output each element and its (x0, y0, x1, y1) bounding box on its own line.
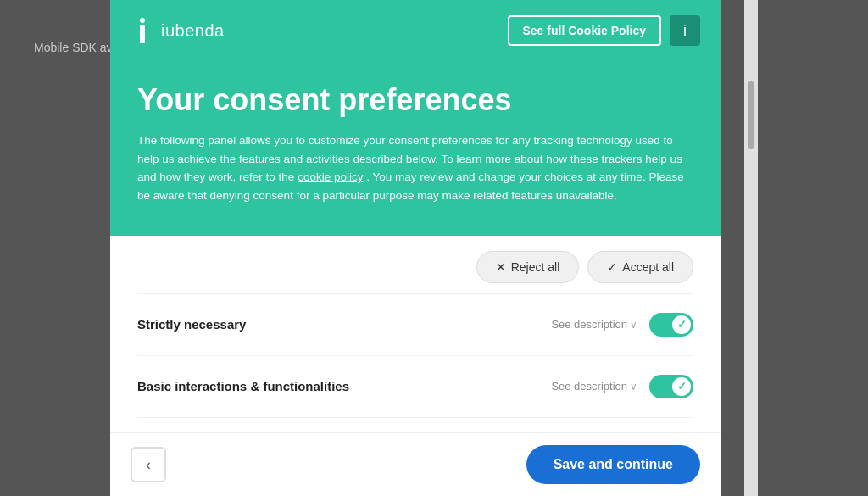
consent-description: The following panel allows you to custom… (137, 131, 693, 204)
logo-area: iubenda (131, 15, 225, 46)
accept-all-button[interactable]: ✓ Accept all (587, 251, 693, 283)
strictly-necessary-controls: See description ✓ (551, 313, 693, 337)
save-and-continue-button[interactable]: Save and continue (526, 445, 700, 484)
reject-all-button[interactable]: ✕ Reject all (476, 251, 580, 283)
svg-rect-0 (140, 18, 145, 23)
hero-section: Your consent preferences The following p… (110, 61, 721, 236)
basic-interactions-label: Basic interactions & functionalities (137, 379, 349, 393)
cookie-policy-button[interactable]: See full Cookie Policy (508, 15, 662, 46)
basic-interactions-toggle[interactable]: ✓ (649, 375, 693, 398)
action-buttons-row: ✕ Reject all ✓ Accept all (137, 236, 693, 294)
basic-interactions-controls: See description ✓ (551, 375, 693, 398)
basic-interactions-see-description[interactable]: See description (551, 380, 637, 393)
scrollbar-thumb (748, 81, 754, 149)
toggle-check-icon: ✓ (677, 318, 687, 331)
basic-interactions-toggle-knob: ✓ (672, 377, 691, 396)
accept-all-label: Accept all (622, 260, 674, 274)
strictly-necessary-toggle-knob: ✓ (672, 315, 691, 334)
white-section: ✕ Reject all ✓ Accept all Strictly neces… (110, 236, 721, 432)
preference-row-strictly-necessary: Strictly necessary See description ✓ (137, 294, 693, 356)
back-icon: ‹ (146, 456, 151, 474)
background-text: Mobile SDK av... (34, 41, 121, 54)
consent-title: Your consent preferences (137, 81, 693, 118)
consent-modal: iubenda See full Cookie Policy i Your co… (110, 0, 721, 496)
info-icon: i (683, 22, 687, 40)
modal-header: iubenda See full Cookie Policy i (110, 0, 721, 61)
strictly-necessary-toggle[interactable]: ✓ (649, 313, 693, 337)
strictly-necessary-see-description[interactable]: See description (551, 318, 637, 331)
svg-rect-1 (140, 25, 145, 43)
preference-row-basic-interactions: Basic interactions & functionalities See… (137, 356, 693, 418)
header-buttons: See full Cookie Policy i (508, 15, 701, 46)
toggle-check-icon-2: ✓ (677, 380, 687, 393)
cookie-policy-link[interactable]: cookie policy (298, 170, 363, 183)
reject-icon: ✕ (496, 260, 506, 274)
modal-scrollable-content: Your consent preferences The following p… (110, 61, 721, 432)
strictly-necessary-label: Strictly necessary (137, 317, 246, 332)
iubenda-logo-icon (131, 15, 154, 46)
info-icon-button[interactable]: i (670, 15, 700, 46)
back-button[interactable]: ‹ (131, 447, 166, 482)
modal-footer: ‹ Save and continue (110, 432, 721, 496)
reject-all-label: Reject all (511, 260, 560, 274)
accept-icon: ✓ (607, 260, 617, 274)
scrollbar-track (744, 0, 758, 496)
logo-text: iubenda (161, 21, 225, 41)
